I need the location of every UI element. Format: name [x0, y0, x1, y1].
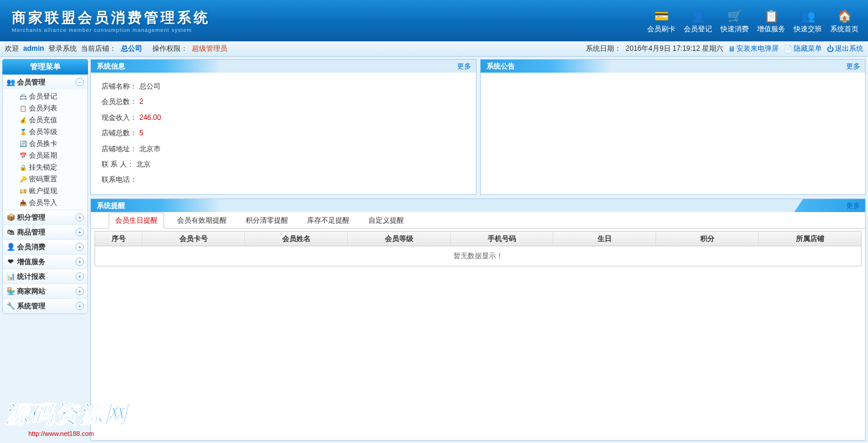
top-panels: 系统信息 更多 店铺名称：总公司会员总数：2现金收入：246.00店铺总数：5店…: [90, 59, 866, 195]
field-value: 5: [139, 125, 143, 141]
sysinfo-field-0: 店铺名称：总公司: [102, 79, 465, 94]
field-label: 现金收入：: [102, 110, 137, 125]
sub-item-3[interactable]: 🏅会员等级: [3, 126, 87, 138]
app-title-en: Merchants alliance member consumption ma…: [12, 27, 210, 33]
header-action-label: 增值服务: [757, 24, 785, 34]
logo-area: 商家联盟会员消费管理系统 Merchants alliance member c…: [6, 8, 210, 33]
sub-item-5[interactable]: 📅会员延期: [3, 149, 87, 161]
sysinfo-field-3: 店铺总数：5: [102, 125, 465, 141]
field-value: 北京: [136, 157, 151, 172]
app-title-cn: 商家联盟会员消费管理系统: [12, 8, 210, 27]
menu-group-header[interactable]: 🏪商家网站+: [3, 284, 87, 298]
reminder-more-link[interactable]: 更多: [846, 201, 860, 211]
reminder-title: 系统提醒: [96, 201, 125, 211]
field-label: 店铺总数：: [102, 125, 137, 141]
notice-more-link[interactable]: 更多: [846, 61, 860, 71]
header-action-3[interactable]: 📋增值服务: [753, 5, 789, 37]
header-action-5[interactable]: 🏠系统首页: [827, 5, 862, 37]
header-action-icon: 👤: [690, 8, 706, 24]
sub-item-4[interactable]: 🔄会员换卡: [3, 138, 87, 149]
field-label: 联 系 人：: [102, 157, 134, 172]
item-label: 会员登记: [29, 92, 57, 102]
exit-link[interactable]: ⏻退出系统: [827, 44, 863, 54]
field-label: 会员总数：: [102, 94, 137, 109]
sub-item-6[interactable]: 🔒挂失锁定: [3, 161, 87, 173]
notice-title: 系统公告: [485, 61, 515, 71]
notice-body: [481, 73, 866, 194]
content-area: 系统信息 更多 店铺名称：总公司会员总数：2现金收入：246.00店铺总数：5店…: [90, 59, 866, 441]
sysinfo-field-4: 店铺地址：北京市: [102, 141, 465, 157]
sub-list: 📇会员登记📋会员列表💰会员充值🏅会员等级🔄会员换卡📅会员延期🔒挂失锁定🔑密码重置…: [3, 89, 87, 210]
header-action-4[interactable]: 👥快速交班: [790, 5, 825, 37]
app-header: 商家联盟会员消费管理系统 Merchants alliance member c…: [0, 0, 868, 41]
group-icon: 🛍: [6, 228, 15, 236]
menu-group-header[interactable]: ❤增值服务+: [3, 255, 87, 269]
field-value: 2: [139, 94, 143, 109]
menu-group-6: 🏪商家网站+: [3, 284, 87, 299]
menu-group-header[interactable]: 📊统计报表+: [3, 269, 87, 284]
menu-group-header[interactable]: 📦积分管理+: [3, 210, 87, 224]
group-label: 统计报表: [17, 272, 45, 282]
reminder-panel: 系统提醒 更多 会员生日提醒会员有效期提醒积分清零提醒库存不足提醒自定义提醒 序…: [90, 198, 866, 441]
group-icon: 📦: [6, 213, 15, 222]
group-label: 商品管理: [17, 227, 45, 237]
menu-group-header[interactable]: 🛍商品管理+: [3, 225, 87, 239]
group-label: 会员管理: [17, 77, 45, 87]
sysdate-label: 系统日期：: [586, 44, 621, 54]
header-action-icon: 📋: [763, 8, 779, 24]
menu-group-header[interactable]: 👥会员管理−: [3, 75, 87, 89]
hide-menu-link[interactable]: 📄隐藏菜单: [784, 44, 822, 54]
sub-item-7[interactable]: 🔑密码重置: [3, 173, 87, 185]
sysinfo-field-6: 联系电话：: [102, 172, 465, 187]
field-label: 联系电话：: [102, 172, 137, 187]
header-action-icon: 💳: [653, 8, 670, 24]
current-user[interactable]: admin: [23, 44, 44, 53]
field-value: 北京市: [139, 141, 161, 157]
header-action-2[interactable]: 🛒快速消费: [717, 5, 752, 37]
item-label: 账户提现: [29, 186, 57, 196]
sub-item-9[interactable]: 📥会员导入: [3, 197, 87, 209]
reminder-tab-4[interactable]: 自定义提醒: [363, 213, 410, 228]
col-1: 会员卡号: [142, 232, 245, 246]
info-bar: 欢迎 admin 登录系统 当前店铺： 总公司 操作权限： 超级管理员 系统日期…: [0, 41, 868, 57]
menu-group-7: 🔧系统管理+: [3, 299, 87, 314]
notice-header: 系统公告 更多: [481, 60, 866, 73]
sysinfo-more-link[interactable]: 更多: [457, 61, 471, 71]
sub-item-8[interactable]: 💴账户提现: [3, 185, 87, 197]
reminder-tab-1[interactable]: 会员有效期提醒: [171, 213, 233, 228]
menu-group-header[interactable]: 🔧系统管理+: [3, 299, 87, 313]
sysinfo-panel: 系统信息 更多 店铺名称：总公司会员总数：2现金收入：246.00店铺总数：5店…: [90, 59, 477, 195]
col-2: 会员姓名: [245, 232, 348, 246]
menu-group-5: 📊统计报表+: [3, 269, 87, 284]
menu-group-2: 🛍商品管理+: [3, 225, 87, 240]
sysinfo-header: 系统信息 更多: [91, 60, 476, 73]
menu-panel: 👥会员管理−📇会员登记📋会员列表💰会员充值🏅会员等级🔄会员换卡📅会员延期🔒挂失锁…: [2, 74, 88, 314]
group-icon: ❤: [6, 258, 15, 266]
sub-item-2[interactable]: 💰会员充值: [3, 114, 87, 126]
header-action-1[interactable]: 👤会员登记: [680, 5, 716, 37]
reminder-tab-2[interactable]: 积分清零提醒: [240, 213, 294, 228]
perm-label: 操作权限：: [152, 44, 188, 53]
infobar-right: 系统日期： 2016年4月9日 17:19:12 星期六 🖥安装来电弹屏 📄隐藏…: [586, 44, 863, 54]
sysinfo-field-1: 会员总数：2: [102, 94, 465, 109]
field-label: 店铺名称：: [102, 79, 137, 94]
item-label: 密码重置: [29, 174, 57, 184]
reminder-tab-3[interactable]: 库存不足提醒: [301, 213, 355, 228]
header-action-label: 会员刷卡: [647, 24, 676, 34]
group-icon: 📊: [6, 272, 15, 281]
item-icon: 🔒: [19, 164, 27, 171]
header-action-icon: 🛒: [726, 8, 743, 24]
menu-group-header[interactable]: 👤会员消费+: [3, 240, 87, 254]
col-4: 手机号码: [451, 232, 553, 246]
exit-icon: ⏻: [827, 45, 834, 53]
sysinfo-field-2: 现金收入：246.00: [102, 110, 465, 125]
menu-group-0: 👥会员管理−📇会员登记📋会员列表💰会员充值🏅会员等级🔄会员换卡📅会员延期🔒挂失锁…: [3, 75, 87, 210]
toggle-icon: +: [76, 243, 84, 251]
reminder-tab-0[interactable]: 会员生日提醒: [109, 213, 164, 229]
current-shop[interactable]: 总公司: [121, 44, 142, 53]
header-action-0[interactable]: 💳会员刷卡: [644, 5, 679, 37]
sub-item-1[interactable]: 📋会员列表: [3, 102, 87, 114]
install-popup-link[interactable]: 🖥安装来电弹屏: [728, 44, 779, 54]
sub-item-0[interactable]: 📇会员登记: [3, 90, 87, 102]
sysdate-value: 2016年4月9日 17:19:12 星期六: [626, 44, 723, 54]
